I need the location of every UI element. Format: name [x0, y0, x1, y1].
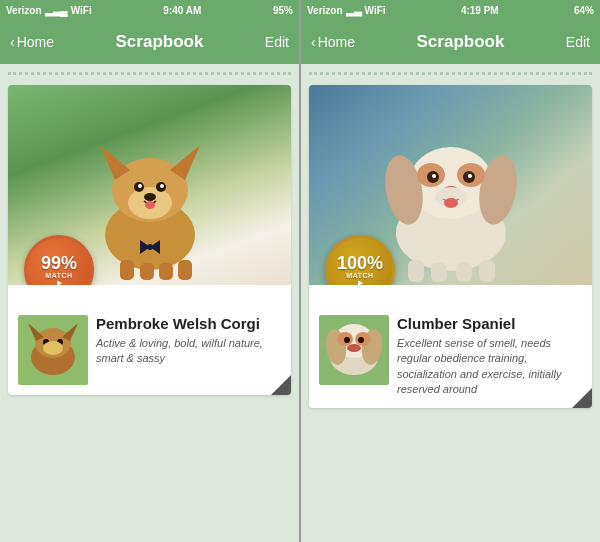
breed-desc-clumber: Excellent sense of smell, needs regular … — [397, 336, 582, 398]
edit-button-left[interactable]: Edit — [265, 34, 289, 50]
time-right: 4:19 PM — [461, 5, 499, 16]
page-title-left: Scrapbook — [116, 32, 204, 52]
svg-rect-15 — [140, 263, 154, 280]
phone-panel-left: Verizon ▂▃▄ WiFi 9:40 AM 95% ‹ Home Scra… — [0, 0, 299, 542]
dotted-divider-left — [8, 72, 291, 75]
phone-panel-right: Verizon ▂▃ WiFi 4:19 PM 64% ‹ Home Scrap… — [301, 0, 600, 542]
time-left: 9:40 AM — [163, 5, 201, 16]
back-button-right[interactable]: ‹ Home — [311, 34, 355, 50]
battery-left: 95% — [273, 5, 293, 16]
breed-name-corgi: Pembroke Welsh Corgi — [96, 315, 281, 333]
breed-desc-corgi: Active & loving, bold, wilful nature, sm… — [96, 336, 281, 367]
svg-point-51 — [358, 337, 364, 343]
scrapbook-content-left: 99% MATCH ▶ — [0, 64, 299, 542]
back-label-left: Home — [17, 34, 54, 50]
clumber-thumb-illustration — [319, 315, 389, 385]
card-text-corgi: Pembroke Welsh Corgi Active & loving, bo… — [96, 315, 281, 385]
status-right-right: 64% — [574, 5, 594, 16]
nav-bar-left: ‹ Home Scrapbook Edit — [0, 20, 299, 64]
svg-point-9 — [144, 193, 156, 201]
svg-point-8 — [160, 184, 164, 188]
match-percent-clumber: 100% — [337, 254, 383, 272]
status-bar-left: Verizon ▂▃▄ WiFi 9:40 AM 95% — [0, 0, 299, 20]
svg-rect-40 — [431, 263, 447, 282]
signal-icon: ▂▃▄ — [45, 5, 68, 16]
match-label-corgi: MATCH — [45, 272, 72, 279]
battery-right: 64% — [574, 5, 594, 16]
svg-rect-39 — [408, 260, 424, 282]
bottom-strip-left — [8, 401, 291, 431]
corgi-dog-illustration — [85, 125, 215, 285]
match-percent-corgi: 99% — [41, 254, 77, 272]
svg-point-7 — [138, 184, 142, 188]
svg-rect-16 — [159, 263, 173, 280]
svg-point-50 — [344, 337, 350, 343]
corgi-thumb-illustration — [18, 315, 88, 385]
svg-rect-42 — [479, 260, 495, 282]
card-photo-clumber: 100% MATCH ▶ — [309, 85, 592, 285]
card-corner-arrow-clumber — [572, 388, 592, 408]
status-right: 95% — [273, 5, 293, 16]
page-title-right: Scrapbook — [417, 32, 505, 52]
wifi-icon-right: WiFi — [365, 5, 386, 16]
card-thumbnail-clumber — [319, 315, 389, 385]
signal-icon-right: ▂▃ — [346, 5, 362, 16]
bottom-strip-right — [309, 414, 592, 444]
status-bar-right: Verizon ▂▃ WiFi 4:19 PM 64% — [301, 0, 600, 20]
nav-bar-right: ‹ Home Scrapbook Edit — [301, 20, 600, 64]
svg-point-25 — [43, 341, 63, 355]
card-text-clumber: Clumber Spaniel Excellent sense of smell… — [397, 315, 582, 398]
svg-point-10 — [145, 201, 155, 209]
back-button-left[interactable]: ‹ Home — [10, 34, 54, 50]
svg-rect-14 — [120, 260, 134, 280]
clumber-dog-illustration — [376, 115, 526, 285]
chevron-left-icon-right: ‹ — [311, 34, 316, 50]
card-photo-corgi: 99% MATCH ▶ — [8, 85, 291, 285]
card-info-clumber: Clumber Spaniel Excellent sense of smell… — [309, 305, 592, 408]
match-arrow-corgi: ▶ — [57, 279, 62, 286]
edit-button-right[interactable]: Edit — [566, 34, 590, 50]
carrier-right: Verizon — [307, 5, 343, 16]
dog-card-clumber[interactable]: 100% MATCH ▶ — [309, 85, 592, 408]
carrier-left: Verizon — [6, 5, 42, 16]
card-thumbnail-corgi — [18, 315, 88, 385]
status-left: Verizon ▂▃▄ WiFi — [6, 5, 92, 16]
card-info-corgi: Pembroke Welsh Corgi Active & loving, bo… — [8, 305, 291, 395]
dotted-divider-right — [309, 72, 592, 75]
status-right-left: Verizon ▂▃ WiFi — [307, 5, 386, 16]
svg-rect-17 — [178, 260, 192, 280]
breed-name-clumber: Clumber Spaniel — [397, 315, 582, 333]
scrapbook-content-right: 100% MATCH ▶ — [301, 64, 600, 542]
match-arrow-clumber: ▶ — [358, 279, 363, 286]
svg-point-34 — [432, 174, 436, 178]
svg-point-13 — [147, 244, 153, 250]
dog-card-corgi[interactable]: 99% MATCH ▶ — [8, 85, 291, 395]
card-corner-arrow-corgi — [271, 375, 291, 395]
svg-point-38 — [444, 198, 458, 208]
chevron-left-icon: ‹ — [10, 34, 15, 50]
wifi-icon: WiFi — [71, 5, 92, 16]
svg-point-35 — [468, 174, 472, 178]
back-label-right: Home — [318, 34, 355, 50]
svg-point-52 — [347, 344, 361, 352]
svg-rect-41 — [456, 263, 472, 282]
match-label-clumber: MATCH — [346, 272, 373, 279]
